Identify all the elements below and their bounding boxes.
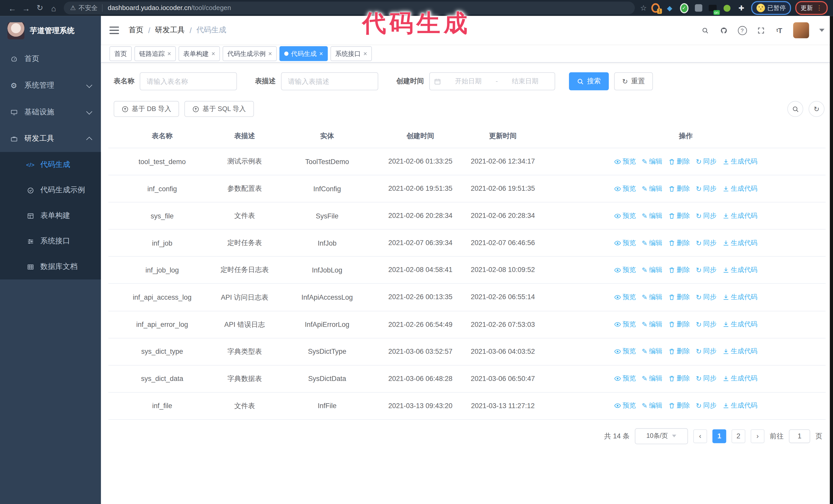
extension-key-icon[interactable]: [723, 4, 731, 12]
preview-link[interactable]: 预览: [614, 184, 636, 193]
date-range-picker[interactable]: 开始日期 - 结束日期: [429, 72, 555, 90]
edit-link[interactable]: ✎编辑: [642, 293, 662, 302]
close-icon[interactable]: ×: [319, 50, 323, 57]
edit-link[interactable]: ✎编辑: [642, 374, 662, 383]
preview-link[interactable]: 预览: [614, 293, 636, 302]
user-avatar[interactable]: [793, 22, 809, 38]
edit-link[interactable]: ✎编辑: [642, 347, 662, 356]
delete-link[interactable]: 删除: [668, 320, 690, 329]
edit-link[interactable]: ✎编辑: [642, 211, 662, 220]
edit-link[interactable]: ✎编辑: [642, 157, 662, 166]
font-size-icon[interactable]: tT: [775, 25, 784, 35]
next-page-button[interactable]: ›: [751, 429, 765, 443]
sidebar-item-codegen[interactable]: </> 代码生成: [0, 152, 101, 177]
preview-link[interactable]: 预览: [614, 347, 636, 356]
sync-link[interactable]: ↻同步: [696, 402, 717, 410]
extension-check-icon[interactable]: ✓: [680, 4, 688, 12]
preview-link[interactable]: 预览: [614, 211, 636, 220]
edit-link[interactable]: ✎编辑: [642, 238, 662, 247]
generate-code-link[interactable]: 生成代码: [722, 293, 757, 302]
generate-code-link[interactable]: 生成代码: [722, 184, 757, 193]
delete-link[interactable]: 删除: [668, 374, 690, 383]
preview-link[interactable]: 预览: [614, 320, 636, 329]
sync-link[interactable]: ↻同步: [696, 320, 717, 329]
close-icon[interactable]: ×: [268, 50, 272, 57]
help-icon[interactable]: ?: [737, 25, 747, 35]
generate-code-link[interactable]: 生成代码: [722, 157, 757, 166]
search-icon[interactable]: [700, 25, 710, 35]
breadcrumb-devtools[interactable]: 研发工具: [155, 25, 185, 35]
delete-link[interactable]: 删除: [668, 157, 690, 166]
table-desc-input[interactable]: [281, 72, 378, 90]
refresh-button[interactable]: ↻: [809, 101, 825, 117]
generate-code-link[interactable]: 生成代码: [722, 211, 757, 220]
page-1-button[interactable]: 1: [712, 429, 726, 443]
github-icon[interactable]: [719, 25, 728, 35]
generate-code-link[interactable]: 生成代码: [722, 320, 757, 329]
extension-gray-icon[interactable]: [694, 4, 703, 12]
edit-link[interactable]: ✎编辑: [642, 402, 662, 410]
sync-link[interactable]: ↻同步: [696, 238, 717, 247]
address-bar[interactable]: ⚠ 不安全 dashboard.yudao.iocoder.cn /tool/c…: [64, 2, 635, 14]
extension-orange-icon[interactable]: 1: [651, 4, 660, 12]
tag-home[interactable]: 首页: [110, 46, 132, 61]
sync-link[interactable]: ↻同步: [696, 211, 717, 220]
generate-code-link[interactable]: 生成代码: [722, 347, 757, 356]
profile-paused-badge[interactable]: 已暂停: [751, 1, 791, 15]
hide-search-button[interactable]: [787, 101, 803, 117]
hamburger-icon[interactable]: [110, 27, 119, 34]
generate-code-link[interactable]: 生成代码: [722, 374, 757, 383]
preview-link[interactable]: 预览: [614, 374, 636, 383]
sidebar-item-form-builder[interactable]: 表单构建: [0, 203, 101, 229]
start-date-placeholder[interactable]: 开始日期: [443, 77, 494, 86]
close-icon[interactable]: ×: [363, 50, 367, 57]
delete-link[interactable]: 删除: [668, 402, 690, 410]
edit-link[interactable]: ✎编辑: [642, 266, 662, 274]
tag-api[interactable]: 系统接口×: [330, 46, 372, 61]
delete-link[interactable]: 删除: [668, 238, 690, 247]
sidebar-item-system[interactable]: ⚙ 系统管理: [0, 72, 101, 99]
app-logo-row[interactable]: 芋道管理系统: [0, 16, 101, 46]
sidebar-item-devtools[interactable]: 研发工具: [0, 125, 101, 152]
preview-link[interactable]: 预览: [614, 157, 636, 166]
generate-code-link[interactable]: 生成代码: [722, 402, 757, 410]
search-button[interactable]: 搜索: [569, 72, 609, 90]
import-sql-button[interactable]: 基于 SQL 导入: [185, 101, 254, 117]
avatar-caret-icon[interactable]: [819, 29, 825, 32]
sidebar-item-infra[interactable]: 基础设施: [0, 99, 101, 126]
extension-puzzle-icon[interactable]: ✚: [737, 4, 745, 12]
sync-link[interactable]: ↻同步: [696, 293, 717, 302]
preview-link[interactable]: 预览: [614, 266, 636, 274]
extension-gem-icon[interactable]: ◆: [665, 4, 674, 12]
close-icon[interactable]: ×: [211, 50, 215, 57]
page-2-button[interactable]: 2: [732, 429, 745, 443]
extension-console-icon[interactable]: on: [709, 4, 717, 12]
sidebar-item-api[interactable]: 系统接口: [0, 229, 101, 254]
goto-page-input[interactable]: [789, 429, 810, 443]
end-date-placeholder[interactable]: 结束日期: [500, 77, 551, 86]
sync-link[interactable]: ↻同步: [696, 347, 717, 356]
delete-link[interactable]: 删除: [668, 347, 690, 356]
tag-form-builder[interactable]: 表单构建×: [178, 46, 220, 61]
close-icon[interactable]: ×: [167, 50, 171, 57]
sync-link[interactable]: ↻同步: [696, 184, 717, 193]
browser-forward-icon[interactable]: →: [19, 3, 33, 12]
browser-update-button[interactable]: 更新 ⋮: [795, 1, 828, 15]
tag-codegen[interactable]: 代码生成×: [279, 46, 328, 61]
browser-home-icon[interactable]: ⌂: [47, 3, 61, 12]
page-scrollbar[interactable]: [830, 16, 833, 504]
sync-link[interactable]: ↻同步: [696, 266, 717, 274]
preview-link[interactable]: 预览: [614, 402, 636, 410]
browser-menu-icon[interactable]: ⋮: [816, 4, 823, 12]
edit-link[interactable]: ✎编辑: [642, 320, 662, 329]
import-db-button[interactable]: 基于 DB 导入: [114, 101, 180, 117]
sidebar-item-home[interactable]: 首页: [0, 46, 101, 72]
sync-link[interactable]: ↻同步: [696, 157, 717, 166]
preview-link[interactable]: 预览: [614, 238, 636, 247]
delete-link[interactable]: 删除: [668, 266, 690, 274]
generate-code-link[interactable]: 生成代码: [722, 238, 757, 247]
generate-code-link[interactable]: 生成代码: [722, 266, 757, 274]
breadcrumb-home[interactable]: 首页: [129, 25, 144, 35]
delete-link[interactable]: 删除: [668, 293, 690, 302]
edit-link[interactable]: ✎编辑: [642, 184, 662, 193]
